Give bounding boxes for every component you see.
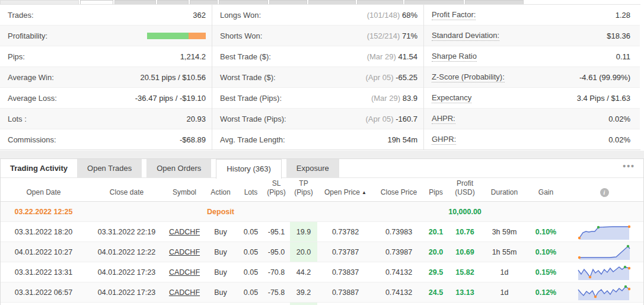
cell-pips: 29.5 — [424, 262, 448, 282]
trade-sparkline — [577, 265, 632, 280]
cell-close-price: 0.73987 — [374, 242, 424, 262]
cell-close-date: 03.31.2022 22:19 — [87, 222, 167, 242]
header-pips[interactable]: Pips — [424, 178, 448, 201]
top-tab[interactable] — [465, 0, 524, 4]
stat-row-ghpr: GHPR: 0.02% — [424, 129, 640, 150]
tab-open-orders[interactable]: Open Orders — [146, 159, 211, 177]
cell-duration: 1d — [482, 262, 527, 282]
top-tab[interactable] — [404, 0, 464, 4]
header-gain[interactable]: Gain — [527, 178, 565, 201]
top-tab[interactable] — [269, 0, 307, 4]
top-tab-active[interactable] — [80, 0, 113, 4]
stat-label: Average Win: — [8, 73, 54, 82]
header-symbol[interactable]: Symbol — [167, 178, 202, 201]
stat-value: 362 — [193, 11, 206, 20]
cell-lots: 0.05 — [239, 282, 263, 302]
cell-open-date: 03.31.2022 06:57 — [1, 282, 87, 302]
header-action[interactable]: Action — [202, 178, 239, 201]
stat-row-profitability: Profitability: — [0, 26, 212, 46]
stat-value-main: 71% — [402, 31, 417, 40]
stat-row-trades: Trades: 362 — [0, 5, 212, 26]
stat-value: (Apr 05) -65.25 — [366, 73, 417, 82]
profitability-bar — [147, 33, 206, 39]
symbol-link[interactable]: CADCHF — [169, 268, 200, 277]
cell-symbol: CADCHF — [167, 242, 202, 262]
stat-label: Z-Score (Probability): — [432, 72, 505, 82]
stat-label: Commissions: — [8, 135, 56, 144]
stat-value: (101/148) 68% — [367, 11, 417, 20]
stat-value: 19h 54m — [387, 135, 417, 144]
sort-asc-icon: ▲ — [362, 188, 366, 197]
top-tab[interactable] — [357, 0, 403, 4]
header-close-price[interactable]: Close Price — [374, 178, 424, 201]
stat-note: (Apr 05) — [366, 73, 394, 82]
header-duration[interactable]: Duration — [482, 178, 527, 201]
header-open-date[interactable]: Open Date — [1, 178, 87, 201]
tab-open-trades[interactable]: Open Trades — [77, 159, 142, 177]
header-tp-pips[interactable]: TP(Pips) — [290, 178, 317, 201]
cell-pips: 20.0 — [424, 242, 448, 262]
cell-profit: 10.76 — [448, 222, 482, 242]
stat-value-main: -160.7 — [396, 115, 417, 123]
stat-row-avg-trade-length: Avg. Trade Length: 19h 54m — [212, 129, 423, 150]
cell-close-date: 04.01.2022 17:23 — [87, 282, 167, 302]
top-tab[interactable] — [114, 0, 156, 4]
cell-tp: 19.9 — [290, 222, 317, 242]
stat-row-average-win: Average Win: 20.51 pips / $10.56 — [0, 67, 212, 88]
stat-value: (Mar 29) 83.9 — [371, 94, 417, 103]
info-icon[interactable]: i — [600, 188, 609, 197]
stat-label: Pips: — [8, 52, 25, 61]
stat-row-ahpr: AHPR: 0.02% — [424, 109, 640, 129]
profitability-bar-green — [147, 33, 189, 39]
top-tab[interactable] — [219, 0, 268, 4]
profitability-bar-orange — [189, 33, 206, 39]
stat-label: Longs Won: — [220, 11, 261, 20]
trade-sparkline — [577, 285, 632, 300]
stat-value: 1,214.2 — [180, 52, 206, 61]
stat-row-profit-factor: Profit Factor: 1.28 — [424, 5, 640, 26]
header-close-date[interactable]: Close date — [87, 178, 167, 201]
stats-column-2: Longs Won: (101/148) 68% Shorts Won: (15… — [212, 5, 423, 150]
cell-profit: 13.13 — [448, 282, 482, 302]
cell-open-price: 0.73837 — [317, 262, 374, 282]
panel-title: Trading Activity — [1, 159, 77, 177]
stats-section: Trades: 362 Profitability: Pips: 1,214.2… — [0, 4, 640, 150]
table-row: 03.31.2022 13:31 04.01.2022 17:23 CADCHF… — [1, 262, 643, 282]
cell-tp: 44.2 — [290, 262, 317, 282]
cell-duration: 3h 59m — [482, 222, 527, 242]
stat-value: $18.36 — [607, 31, 630, 40]
top-tab[interactable] — [157, 0, 189, 4]
stat-label: Expectancy — [432, 93, 471, 103]
tab-history[interactable]: History (363) — [216, 159, 281, 179]
cell-sl: -95.1 — [263, 222, 290, 242]
cell-open-date: 04.01.2022 10:27 — [1, 242, 87, 262]
stat-value: (Apr 05) -160.7 — [366, 115, 417, 123]
header-profit-usd[interactable]: Profit(USD) — [448, 178, 482, 201]
stat-row-pips: Pips: 1,214.2 — [0, 46, 212, 67]
stat-row-sharpe-ratio: Sharpe Ratio 0.11 — [424, 46, 640, 67]
cell-close-date: 04.01.2022 17:23 — [87, 262, 167, 282]
cell-duration: 1d — [482, 282, 527, 302]
top-tab[interactable] — [190, 0, 218, 4]
stat-row-best-trade-pips: Best Trade (Pips): (Mar 29) 83.9 — [212, 88, 423, 109]
symbol-link[interactable]: CADCHF — [169, 248, 200, 256]
tab-exposure[interactable]: Exposure — [286, 159, 339, 177]
header-lots[interactable]: Lots — [239, 178, 263, 201]
cell-open-date: 03.31.2022 18:20 — [1, 222, 87, 242]
symbol-link[interactable]: CADCHF — [169, 228, 200, 236]
top-tab[interactable] — [308, 0, 356, 4]
cell-action: Buy — [202, 262, 239, 282]
header-sl-pips[interactable]: SL(Pips) — [263, 178, 290, 201]
cell-close-date: 04.01.2022 12:22 — [87, 242, 167, 262]
stat-row-longs-won: Longs Won: (101/148) 68% — [212, 5, 423, 26]
trading-activity-panel: Trading Activity Open Trades Open Orders… — [0, 158, 644, 305]
stat-label: Lots : — [8, 115, 27, 123]
cell-gain: 0.15% — [527, 262, 565, 282]
cell-close-price: 0.74132 — [374, 262, 424, 282]
symbol-link[interactable]: CADCHF — [169, 288, 200, 297]
history-table: Open Date Close date Symbol Action Lots … — [1, 178, 643, 305]
header-open-price[interactable]: Open Price▲ — [317, 178, 374, 201]
stat-label: Worst Trade ($): — [220, 73, 276, 82]
top-tab[interactable] — [0, 0, 79, 4]
more-menu-icon[interactable]: ••• — [623, 161, 635, 171]
